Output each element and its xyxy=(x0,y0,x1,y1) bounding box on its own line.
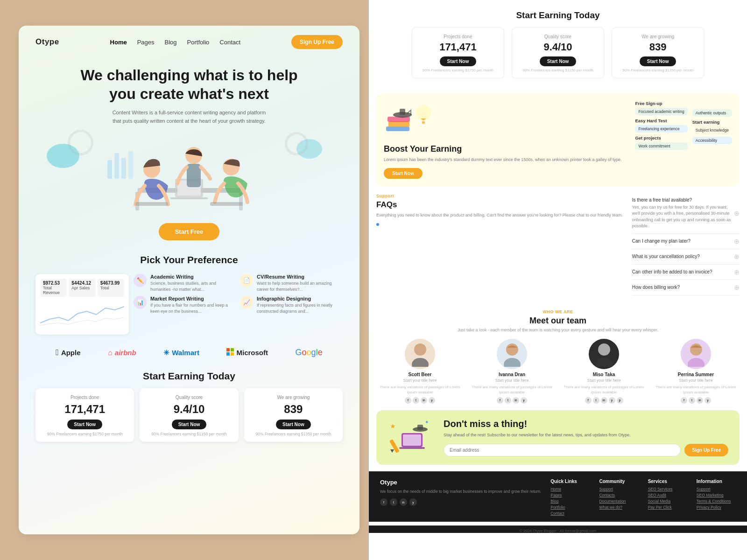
faq-arrow-1[interactable]: ⊕ xyxy=(734,238,740,245)
boost-cta-button[interactable]: Start Now xyxy=(384,168,423,179)
faq-arrow-4[interactable]: ⊕ xyxy=(734,284,740,291)
faq-q-4: How does billing work? xyxy=(632,285,680,290)
svg-rect-12 xyxy=(107,160,112,179)
brand-apple:  Apple xyxy=(56,348,80,357)
stat-growing-btn[interactable]: Start Now xyxy=(276,420,311,429)
nav-pages[interactable]: Pages xyxy=(137,39,155,46)
faq-q-0: Is there a free trial available? xyxy=(632,197,734,203)
footer-link-contact[interactable]: Contact xyxy=(550,511,590,516)
team-section: WHO WE ARE Meet our team Just take a loo… xyxy=(369,303,747,410)
faq-desc: Everything you need to know about the pr… xyxy=(376,212,623,219)
stat-quality-value: 9.4/10 xyxy=(145,403,233,416)
footer-col-information: Information Support SEO Marketing Terms … xyxy=(697,479,736,517)
stat-projects-btn[interactable]: Start Now xyxy=(67,420,102,429)
rp-growing-btn[interactable]: Start Now xyxy=(640,56,677,66)
footer-link-seoaudit[interactable]: SEO Audit xyxy=(648,493,687,497)
social-3-3[interactable]: y xyxy=(705,397,711,404)
newsletter-title: Don't miss a thing! xyxy=(444,419,728,429)
footer-link-blog[interactable]: Blog xyxy=(550,499,590,504)
social-1-3[interactable]: y xyxy=(521,397,527,404)
team-sup: WHO WE ARE xyxy=(376,309,740,314)
hero-title: We challenging what is to help you creat… xyxy=(47,66,331,103)
team-desc-0: There are many variations of passages of… xyxy=(376,385,464,395)
faq-arrow-0[interactable]: ⊕ xyxy=(734,210,740,217)
team-name-0: Scott Beer xyxy=(376,372,464,377)
footer-link-seomarketing[interactable]: SEO Marketing xyxy=(697,493,736,497)
social-2-2[interactable]: in xyxy=(601,397,607,404)
nav-portfolio[interactable]: Portfolio xyxy=(187,39,210,46)
social-1-1[interactable]: t xyxy=(505,397,511,404)
footer-social-yt[interactable]: y xyxy=(409,498,417,506)
infographic-desc: If representing facts and figures in nea… xyxy=(257,302,343,314)
newsletter-subtitle: Stay ahead of the rest! Subscribe to our… xyxy=(444,432,728,439)
footer-link-support2[interactable]: Support xyxy=(697,487,736,491)
team-socials-0: f t in y xyxy=(376,397,464,404)
boost-tag-commitment: Work commitment xyxy=(635,142,687,150)
social-3-0[interactable]: f xyxy=(681,397,687,404)
social-2-0[interactable]: f xyxy=(585,397,592,404)
nav-contact[interactable]: Contact xyxy=(219,39,240,46)
social-3-1[interactable]: t xyxy=(689,397,695,404)
social-3-2[interactable]: in xyxy=(697,397,703,404)
table-scene xyxy=(91,132,287,223)
social-1-2[interactable]: in xyxy=(513,397,519,404)
svg-rect-41 xyxy=(417,425,423,430)
social-2-4[interactable]: p xyxy=(617,397,623,404)
signup-button[interactable]: Sign Up Free xyxy=(291,35,343,49)
social-0-1[interactable]: t xyxy=(413,397,419,404)
team-grid: Scott Beer Start your title here There a… xyxy=(376,339,740,404)
service-academic: ✏️ Academic Writing Science, business st… xyxy=(134,274,236,292)
start-free-button[interactable]: Start Free xyxy=(159,223,219,240)
faq-support-label: Support xyxy=(376,194,623,198)
svg-point-23 xyxy=(416,105,431,120)
brand-airbnb: ⌂ airbnb xyxy=(108,349,136,357)
boost-text: Lorem ipsum has been the industry's stan… xyxy=(384,157,628,163)
footer-link-seo[interactable]: SEO Services xyxy=(648,487,687,491)
footer-social-in[interactable]: in xyxy=(400,498,407,506)
nav-home[interactable]: Home xyxy=(110,39,127,46)
footer-link-privacy[interactable]: Privacy Policy xyxy=(697,505,736,510)
stat-quality-label: Quality score xyxy=(145,395,233,400)
footer-link-contacts[interactable]: Contacts xyxy=(599,493,638,497)
footer-link-social[interactable]: Social Media xyxy=(648,499,687,504)
social-0-2[interactable]: in xyxy=(421,397,427,404)
boost-tag-accessibility: Accessibility xyxy=(692,137,732,144)
rp-quality-sub: 90% Freelancers earning $1150 per month xyxy=(522,68,593,72)
social-2-3[interactable]: y xyxy=(609,397,615,404)
footer-link-support[interactable]: Support xyxy=(599,487,638,491)
social-0-0[interactable]: f xyxy=(405,397,411,404)
footer-link-portfolio[interactable]: Portfolio xyxy=(550,505,590,510)
brand-walmart: ✳ Walmart xyxy=(163,349,199,357)
social-2-1[interactable]: t xyxy=(593,397,599,404)
rp-quality-label: Quality score xyxy=(522,34,593,39)
svg-rect-21 xyxy=(388,121,409,127)
stat-quality-btn[interactable]: Start Now xyxy=(172,420,207,429)
social-1-0[interactable]: f xyxy=(497,397,503,404)
boost-illustration xyxy=(384,101,440,140)
footer-link-pages[interactable]: Pages xyxy=(550,493,590,497)
footer-link-ppc[interactable]: Pay Per Click xyxy=(648,505,687,510)
team-avatar-0 xyxy=(405,339,435,369)
footer-link-terms[interactable]: Terms & Conditions xyxy=(697,499,736,504)
rp-growing-value: 839 xyxy=(622,41,693,53)
faq-arrow-2[interactable]: ⊕ xyxy=(734,253,740,260)
faq-a-0: Yes, you can try us for free for 30 days… xyxy=(632,203,734,230)
footer-social-fb[interactable]: f xyxy=(380,498,388,506)
footer-desc: We focus on the needs of middle to big m… xyxy=(380,489,541,495)
team-socials-2: f t in y p xyxy=(560,397,648,404)
footer-link-docs[interactable]: Documentation xyxy=(599,499,638,504)
social-0-3[interactable]: y xyxy=(429,397,435,404)
logo: Otype xyxy=(35,37,59,47)
left-panel: Otype Home Pages Blog Portfolio Contact … xyxy=(19,26,359,534)
footer-social-tw[interactable]: t xyxy=(390,498,397,506)
faq-arrow-3[interactable]: ⊕ xyxy=(734,268,740,276)
rp-projects-btn[interactable]: Start Now xyxy=(440,56,477,66)
footer-link-whatwedo[interactable]: What we do? xyxy=(599,505,638,510)
rp-quality-btn[interactable]: Start Now xyxy=(540,56,577,66)
newsletter-email-input[interactable] xyxy=(444,444,681,456)
footer-link-home[interactable]: Home xyxy=(550,487,590,491)
service-market: 📊 Market Report Writing If you have a fl… xyxy=(134,296,236,314)
newsletter-signup-button[interactable]: Sign Up Free xyxy=(684,444,728,456)
market-title: Market Report Writing xyxy=(150,296,236,301)
nav-blog[interactable]: Blog xyxy=(165,39,177,46)
